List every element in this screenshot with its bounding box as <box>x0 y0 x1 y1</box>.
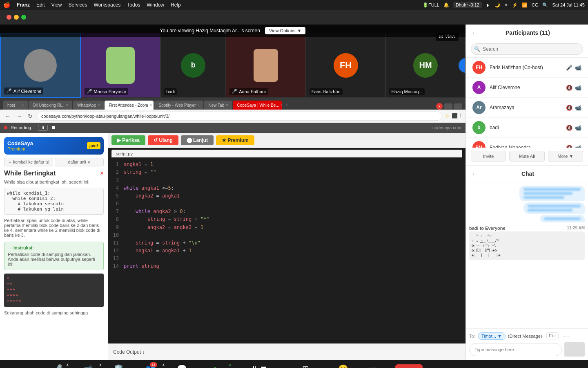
participant-icons-faris: 🎤 📹 <box>566 65 581 71</box>
tab-codesaya[interactable]: CodeSaya | While Be... × <box>233 101 282 110</box>
mute-toolbar-item[interactable]: ▲ 🎤 Mute <box>43 360 71 368</box>
close-sidebar-button[interactable]: × <box>100 170 104 177</box>
chat-input[interactable] <box>469 343 562 356</box>
chat-bubble-3 <box>540 215 585 222</box>
stop-video-toolbar-item[interactable]: ▲ 📹 Stop Video <box>71 360 105 368</box>
minimize-window-button[interactable] <box>14 15 19 20</box>
avatar-fadhlan: FM <box>472 141 486 148</box>
reactions-toolbar-item[interactable]: 😊 Reactions <box>327 360 359 368</box>
apple-logo-icon[interactable]: 🍎 <box>3 2 10 8</box>
file-button[interactable]: File <box>546 332 559 339</box>
menu-wifi-icon[interactable]: 📶 <box>522 2 528 8</box>
file-tab[interactable]: script.py <box>111 150 462 157</box>
window-maximize-button[interactable] <box>454 103 462 109</box>
traffic-lights <box>7 15 26 20</box>
close-window-button[interactable] <box>7 15 11 20</box>
participants-caret-icon[interactable]: ▲ <box>162 363 165 366</box>
menu-workspaces[interactable]: Workspaces <box>94 2 121 8</box>
back-button[interactable]: ← <box>3 112 12 120</box>
tab-close-host[interactable]: × <box>22 103 24 107</box>
avatar-badi-r: b <box>472 121 486 134</box>
more-toolbar-item[interactable]: ••• More <box>359 360 387 368</box>
view-options-button[interactable]: View Options ▼ <box>265 27 306 34</box>
tab-newtab[interactable]: New Tab × <box>204 101 232 110</box>
menu-music-icon[interactable]: ⏵ <box>486 2 490 7</box>
invite-button[interactable]: Invite <box>471 151 506 162</box>
code-content[interactable]: angka1 = 1 string = "" while angka1 <=5:… <box>120 157 466 343</box>
menu-todos[interactable]: Todos <box>127 2 140 8</box>
premium-button[interactable]: ★ Premium <box>216 135 254 145</box>
tab-close-oli[interactable]: × <box>66 103 68 107</box>
tab-close-spotify[interactable]: × <box>197 103 199 107</box>
menu-help[interactable]: Help <box>171 2 181 8</box>
participants-toolbar-item[interactable]: ▲ 👥11 Participants <box>133 360 167 368</box>
extension-icon[interactable]: ⬛ <box>452 113 458 119</box>
chat-toolbar-item[interactable]: 💬 Chat <box>167 360 196 368</box>
window-restore-button[interactable] <box>444 103 452 109</box>
menu-view[interactable]: View <box>51 2 62 8</box>
pause-recording-button[interactable]: ⏸ <box>38 125 48 131</box>
window-close-button[interactable]: × <box>436 103 443 110</box>
video-thumb-alif[interactable]: 🎤 Alif Cleverone <box>0 33 81 98</box>
forward-button[interactable]: → <box>15 112 24 120</box>
recording-toolbar-item[interactable]: ⏸ ⏹ Pause/Stop Recording <box>234 360 284 368</box>
stop-recording-button[interactable]: ⏹ <box>51 125 56 130</box>
menu-search-icon[interactable]: 🔍 <box>542 2 548 8</box>
tab-close-newtab[interactable]: × <box>226 103 228 107</box>
menu-edit[interactable]: Edit <box>36 2 45 8</box>
security-toolbar-item[interactable]: 🛡️ Security <box>105 360 133 368</box>
tab-oli[interactable]: Oli Unboxing Ri... × <box>29 101 72 110</box>
video-thumb-faris[interactable]: FH Faris Hafizhan <box>306 33 386 98</box>
menu-franz[interactable]: Franz <box>17 2 30 8</box>
menu-notification-icon[interactable]: 🔔 <box>443 2 449 8</box>
video-thumb-badi[interactable]: b badi <box>160 33 226 98</box>
tab-zoom[interactable]: First Attendee - Zoom × <box>105 101 154 110</box>
tab-spotify[interactable]: Spotify - Web Player × <box>154 101 203 110</box>
menu-bluetooth-icon[interactable]: ✴ <box>504 2 508 8</box>
breakout-toolbar-item[interactable]: ⊞ Breakout Rooms <box>284 360 327 368</box>
tab-close-codesaya[interactable]: × <box>281 103 282 107</box>
share-caret-icon[interactable]: ▲ <box>228 363 232 366</box>
participants-search-input[interactable] <box>471 43 583 55</box>
translate-icon[interactable]: T <box>459 113 462 119</box>
chat-more-button[interactable]: ⋯ <box>563 332 569 340</box>
ulang-button[interactable]: ↺ Ulang <box>148 135 178 145</box>
more-button[interactable]: More ▼ <box>548 151 583 162</box>
video-caret-icon[interactable]: ▲ <box>99 363 102 366</box>
output-sample-block: * ** *** **** ***** <box>4 274 104 307</box>
back-list-button[interactable]: ← kembali ke daftar isi <box>4 158 53 166</box>
mute-all-button[interactable]: Mute All <box>509 151 544 162</box>
refresh-button[interactable]: ↻ <box>26 112 34 120</box>
participant-name-aramazaya: Aramazaya <box>490 105 562 110</box>
video-thumb-haziq[interactable]: HM Haziq Mustaq... ⊞ View › <box>385 33 466 98</box>
tab-label-spotify: Spotify - Web Player <box>158 103 196 108</box>
lanjut-button[interactable]: ⬤ Lanjut <box>181 135 214 145</box>
fullscreen-window-button[interactable] <box>21 15 26 20</box>
periksa-button[interactable]: ▶ Periksa <box>111 135 145 145</box>
share-screen-toolbar-item[interactable]: ▲ ↑ Share Screen <box>196 360 234 368</box>
next-participants-button[interactable]: › <box>459 58 466 73</box>
url-bar[interactable] <box>37 112 442 121</box>
tab-whatsapp[interactable]: WhatsApp × <box>73 101 104 110</box>
menu-moon-icon[interactable]: 🌙 <box>494 2 500 8</box>
video-thumb-adna[interactable]: 🎤 Adna Fathani <box>226 33 306 98</box>
tab-label-codesaya: CodeSaya | While Be... <box>237 103 279 108</box>
end-meeting-button[interactable]: End <box>395 364 422 368</box>
tab-close-whatsapp[interactable]: × <box>98 103 100 107</box>
codesaya-nav: ← kembali ke daftar isi daftar unit ∨ <box>4 158 104 166</box>
video-thumb-marisa[interactable]: 🎤 Marisa Paryasto <box>81 33 161 98</box>
new-tab-button[interactable]: + <box>283 101 291 109</box>
register-unit-button[interactable]: daftar unit ∨ <box>55 158 104 166</box>
chat-header[interactable]: ‹ Chat <box>466 166 588 182</box>
tab-close-zoom[interactable]: × <box>150 103 152 107</box>
menu-window[interactable]: Window <box>147 2 164 8</box>
bookmark-icon[interactable]: ☆ <box>445 113 450 119</box>
menu-services[interactable]: Services <box>69 2 87 8</box>
join-button[interactable]: join! <box>87 142 100 149</box>
chat-recipient-selector[interactable]: Timot... ▼ <box>478 332 506 340</box>
code-output-bar[interactable]: Code Output ↓ <box>108 343 466 360</box>
mute-caret-icon[interactable]: ▲ <box>66 363 69 366</box>
tab-host[interactable]: host × <box>3 101 28 110</box>
participants-header[interactable]: ‹ Participants (11) <box>466 25 588 41</box>
notification-text: You are viewing Haziq Mustaqim Ar...'s s… <box>160 28 260 34</box>
